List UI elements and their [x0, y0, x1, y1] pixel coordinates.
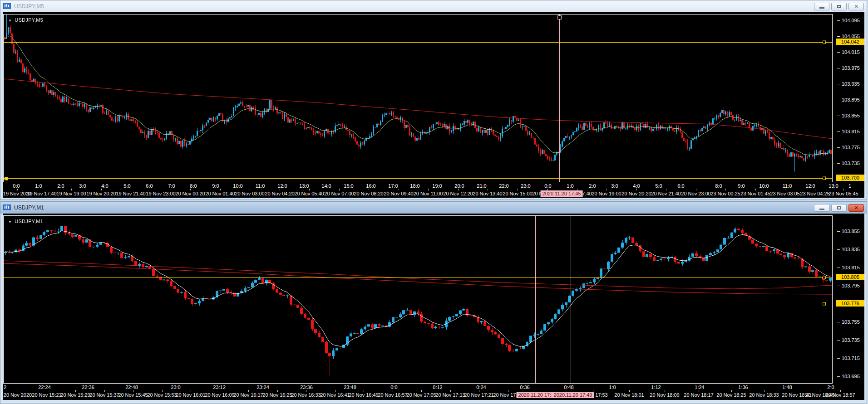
price-axis[interactable]: 103.855103.835103.815103.795103.775103.7…	[836, 214, 864, 400]
time-axis-label: 22:24	[38, 385, 51, 390]
date-tick	[71, 189, 72, 190]
time-axis-label: 19:0	[432, 183, 442, 189]
candlestick-canvas-m1[interactable]	[4, 216, 832, 383]
time-axis-label: 23:12	[213, 385, 226, 390]
time-axis[interactable]: 222:2422:3622:4823:023:1223:2423:3623:48…	[3, 384, 830, 404]
date-tick	[161, 189, 161, 190]
time-axis-label: 14:0	[321, 183, 331, 189]
chart-window-icon	[3, 204, 11, 211]
date-tick	[666, 189, 666, 190]
date-tick	[101, 189, 102, 190]
date-tick	[364, 390, 364, 392]
time-axis-label: 18:0	[410, 183, 419, 189]
date-tick	[479, 390, 479, 392]
date-tick	[335, 390, 335, 392]
date-axis-label: 20 Nov 17:05	[406, 392, 436, 398]
price-axis-label: 103.895	[842, 97, 860, 102]
date-tick	[220, 189, 221, 190]
time-axis-label: 1:12	[651, 385, 661, 390]
time-axis-label: 15:0	[344, 183, 353, 189]
date-axis-label: 20 Nov 17:21	[464, 392, 493, 398]
time-axis-label: 4:0	[633, 183, 640, 189]
price-axis-label: 103.735	[842, 337, 860, 343]
plot-area[interactable]: ▼USDJPY,M1	[3, 215, 833, 384]
date-axis-label: 23 Nov 01:45	[740, 191, 770, 196]
price-axis-label: 103.715	[842, 355, 860, 361]
time-axis-label: 13:0	[299, 183, 309, 189]
date-axis-label: 20 Nov 00:20	[175, 191, 205, 196]
date-axis-label: 20 Nov 09:40	[384, 191, 413, 196]
date-tick	[339, 189, 340, 190]
window-title: USDJPY,M1	[14, 204, 814, 211]
chart-window-m5: USDJPY,M5 ✕ ▼USDJPY,M5 104.095104.055104…	[0, 0, 867, 200]
date-tick	[280, 189, 280, 190]
price-axis-label: 103.935	[842, 81, 860, 87]
date-tick	[393, 390, 393, 392]
date-tick	[815, 189, 815, 190]
window-titlebar[interactable]: USDJPY,M5 ✕	[0, 0, 867, 12]
price-axis-label: 103.835	[842, 247, 860, 252]
price-axis[interactable]: 104.095104.055104.015103.975103.935103.8…	[836, 12, 864, 198]
close-button[interactable]: ✕	[848, 3, 864, 10]
date-axis-label: 20 Nov 13:40	[473, 191, 502, 196]
date-axis-label: 20 Nov 17:13	[435, 392, 465, 398]
chart-area-m5[interactable]: ▼USDJPY,M5 104.095104.055104.015103.9751…	[3, 12, 864, 198]
chart-window-icon	[3, 3, 11, 10]
date-axis-label: 20 Nov 15:53	[147, 392, 177, 398]
price-axis-label: 103.815	[842, 265, 860, 270]
time-axis-label: 22:36	[82, 385, 94, 390]
date-axis-label: 20 Nov 15:00	[503, 191, 532, 196]
date-tick	[47, 390, 47, 392]
date-axis-label: 20 Nov 16:25	[262, 392, 292, 398]
time-axis-label: 0:0	[390, 385, 397, 390]
date-tick	[755, 189, 756, 190]
date-tick	[306, 390, 306, 392]
time-axis-label: 6:0	[677, 183, 684, 189]
date-axis-label: 20 Nov 03:00	[235, 191, 264, 196]
close-button[interactable]: ✕	[848, 204, 864, 212]
date-tick	[191, 390, 191, 392]
minimize-button[interactable]	[814, 3, 829, 10]
symbol-label: ▼USDJPY,M1	[8, 219, 43, 224]
price-axis-label: 103.975	[842, 65, 860, 71]
time-axis-label: 9:0	[212, 183, 219, 189]
time-axis-label: 23:48	[344, 385, 356, 390]
time-axis-label: 2:0	[589, 183, 596, 189]
restore-button[interactable]	[831, 3, 847, 10]
plot-area[interactable]: ▼USDJPY,M5	[3, 14, 833, 182]
date-tick	[428, 189, 429, 190]
time-axis-label: 1:24	[695, 385, 704, 390]
date-axis-label: 20 Nov 16:33	[291, 392, 321, 398]
restore-button[interactable]	[831, 204, 847, 212]
time-axis-label: 11:0	[783, 183, 792, 189]
date-axis-label: 20 Nov 18:33	[749, 392, 779, 398]
time-axis-label: 17:0	[388, 183, 398, 189]
date-axis-label: 19 Nov 21:40	[116, 191, 145, 196]
price-axis-label: 103.775	[842, 145, 860, 150]
window-title: USDJPY,M5	[14, 3, 814, 10]
date-tick	[488, 189, 488, 190]
price-axis-label: 104.095	[842, 18, 860, 23]
time-axis-label: 8:0	[190, 183, 197, 189]
date-tick	[699, 390, 699, 392]
candlestick-canvas-m5[interactable]	[4, 15, 832, 182]
price-axis-label: 103.735	[842, 161, 860, 166]
date-tick	[843, 189, 844, 190]
price-axis-label: 104.055	[842, 34, 860, 39]
chart-area-m1[interactable]: ▼USDJPY,M1 103.855103.835103.815103.7951…	[3, 214, 864, 400]
price-line-tag: 104.042	[836, 39, 864, 45]
date-axis-label: 23 Nov 05:45	[829, 191, 858, 196]
date-tick	[764, 390, 764, 392]
time-axis-label: 1:48	[782, 385, 792, 390]
window-titlebar[interactable]: USDJPY,M1 ✕	[0, 202, 867, 214]
time-axis-label: 0:12	[433, 385, 442, 390]
date-axis-label: 20 Nov 11:00	[414, 191, 443, 196]
close-icon: ✕	[854, 205, 858, 211]
date-axis-label: 20 Nov 18:17	[684, 392, 713, 398]
time-axis-label: 0:0	[13, 183, 20, 189]
date-axis-label: 20 Nov 08:20	[354, 191, 383, 196]
date-axis-label: 20 Nov 04:20	[265, 191, 294, 196]
date-tick	[731, 390, 732, 392]
minimize-button[interactable]	[814, 204, 829, 212]
date-axis-label: 20 Nov 23:00	[681, 191, 710, 196]
